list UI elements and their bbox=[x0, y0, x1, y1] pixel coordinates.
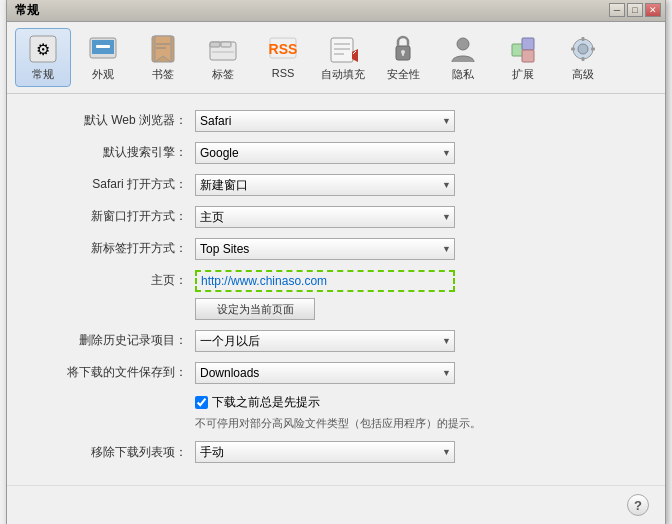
advanced-icon bbox=[567, 33, 599, 65]
home-label: 主页： bbox=[27, 270, 187, 289]
toolbar-item-extensions[interactable]: 扩展 bbox=[495, 28, 551, 87]
toolbar-item-appearance[interactable]: 外观 bbox=[75, 28, 131, 87]
download-prompt-row: 下载之前总是先提示 bbox=[195, 394, 645, 411]
toolbar-item-general[interactable]: ⚙ 常规 bbox=[15, 28, 71, 87]
security-icon bbox=[387, 33, 419, 65]
svg-rect-4 bbox=[96, 45, 110, 48]
bookmarks-icon bbox=[147, 33, 179, 65]
svg-text:⚙: ⚙ bbox=[36, 41, 50, 58]
bottom-bar: ? bbox=[7, 485, 665, 524]
svg-rect-31 bbox=[582, 57, 585, 61]
download-prompt-checkbox[interactable] bbox=[195, 396, 208, 409]
default-search-select[interactable]: Google Bing bbox=[195, 142, 455, 164]
delete-history-wrapper: 一个月以后 一天后 一周后 手动 bbox=[195, 330, 455, 352]
close-button[interactable]: ✕ bbox=[645, 3, 661, 17]
toolbar-label-security: 安全性 bbox=[387, 67, 420, 82]
toolbar-label-autofill: 自动填充 bbox=[321, 67, 365, 82]
toolbar-label-advanced: 高级 bbox=[572, 67, 594, 82]
new-tab-label: 新标签打开方式： bbox=[27, 240, 187, 257]
safari-open-label: Safari 打开方式： bbox=[27, 176, 187, 193]
toolbar-item-rss[interactable]: RSS RSS bbox=[255, 28, 311, 87]
svg-rect-30 bbox=[582, 37, 585, 41]
new-window-label: 新窗口打开方式： bbox=[27, 208, 187, 225]
new-window-row: 新窗口打开方式： 主页 空页面 Top Sites bbox=[27, 206, 645, 228]
extensions-icon bbox=[507, 33, 539, 65]
toolbar: ⚙ 常规 外观 bbox=[7, 22, 665, 94]
home-row: 主页： 设定为当前页面 bbox=[27, 270, 645, 320]
safari-open-wrapper: 新建窗口 新标签 bbox=[195, 174, 455, 196]
remove-downloads-wrapper: 手动 下载后 退出时 bbox=[195, 441, 455, 463]
download-save-label: 将下载的文件保存到： bbox=[27, 364, 187, 381]
toolbar-item-tabs[interactable]: 标签 bbox=[195, 28, 251, 87]
toolbar-item-bookmarks[interactable]: 书签 bbox=[135, 28, 191, 87]
window-controls: ─ □ ✕ bbox=[609, 3, 661, 17]
main-window: 常规 ─ □ ✕ ⚙ 常规 bbox=[6, 0, 666, 524]
default-search-wrapper: Google Bing bbox=[195, 142, 455, 164]
download-save-select[interactable]: Downloads 桌面 文稿 bbox=[195, 362, 455, 384]
maximize-button[interactable]: □ bbox=[627, 3, 643, 17]
safari-open-row: Safari 打开方式： 新建窗口 新标签 bbox=[27, 174, 645, 196]
toolbar-item-privacy[interactable]: 隐私 bbox=[435, 28, 491, 87]
toolbar-item-advanced[interactable]: 高级 bbox=[555, 28, 611, 87]
download-save-row: 将下载的文件保存到： Downloads 桌面 文稿 bbox=[27, 362, 645, 384]
default-browser-select[interactable]: Safari Chrome Firefox bbox=[195, 110, 455, 132]
tabs-icon bbox=[207, 33, 239, 65]
toolbar-label-extensions: 扩展 bbox=[512, 67, 534, 82]
remove-downloads-label: 移除下载列表项： bbox=[27, 444, 187, 461]
toolbar-item-security[interactable]: 安全性 bbox=[375, 28, 431, 87]
rss-icon: RSS bbox=[267, 33, 299, 65]
svg-point-29 bbox=[578, 44, 588, 54]
home-input[interactable] bbox=[201, 274, 449, 288]
remove-downloads-select[interactable]: 手动 下载后 退出时 bbox=[195, 441, 455, 463]
privacy-icon bbox=[447, 33, 479, 65]
svg-rect-32 bbox=[571, 47, 575, 50]
set-current-button[interactable]: 设定为当前页面 bbox=[195, 298, 315, 320]
new-tab-wrapper: Top Sites 主页 空页面 bbox=[195, 238, 455, 260]
general-icon: ⚙ bbox=[27, 33, 59, 65]
new-window-wrapper: 主页 空页面 Top Sites bbox=[195, 206, 455, 228]
download-prompt-label: 下载之前总是先提示 bbox=[212, 394, 320, 411]
default-search-label: 默认搜索引擎： bbox=[27, 144, 187, 161]
toolbar-item-autofill[interactable]: 自动填充 bbox=[315, 28, 371, 87]
toolbar-label-tabs: 标签 bbox=[212, 67, 234, 82]
window-title: 常规 bbox=[15, 2, 39, 19]
svg-rect-10 bbox=[210, 42, 220, 47]
settings-content: 默认 Web 浏览器： Safari Chrome Firefox 默认搜索引擎… bbox=[7, 94, 665, 486]
toolbar-label-bookmarks: 书签 bbox=[152, 67, 174, 82]
svg-rect-15 bbox=[331, 38, 353, 62]
home-content: 设定为当前页面 bbox=[195, 270, 645, 320]
new-tab-select[interactable]: Top Sites 主页 空页面 bbox=[195, 238, 455, 260]
default-browser-wrapper: Safari Chrome Firefox bbox=[195, 110, 455, 132]
svg-rect-23 bbox=[402, 52, 404, 56]
appearance-icon bbox=[87, 33, 119, 65]
new-tab-row: 新标签打开方式： Top Sites 主页 空页面 bbox=[27, 238, 645, 260]
remove-downloads-row: 移除下载列表项： 手动 下载后 退出时 bbox=[27, 441, 645, 463]
toolbar-label-general: 常规 bbox=[32, 67, 54, 82]
default-browser-row: 默认 Web 浏览器： Safari Chrome Firefox bbox=[27, 110, 645, 132]
default-search-row: 默认搜索引擎： Google Bing bbox=[27, 142, 645, 164]
toolbar-label-privacy: 隐私 bbox=[452, 67, 474, 82]
download-warning-text: 不可停用对部分高风险文件类型（包括应用程序）的提示。 bbox=[195, 415, 535, 432]
delete-history-label: 删除历史记录项目： bbox=[27, 332, 187, 349]
minimize-button[interactable]: ─ bbox=[609, 3, 625, 17]
toolbar-label-rss: RSS bbox=[272, 67, 295, 79]
svg-rect-11 bbox=[221, 42, 231, 47]
delete-history-row: 删除历史记录项目： 一个月以后 一天后 一周后 手动 bbox=[27, 330, 645, 352]
svg-rect-33 bbox=[591, 47, 595, 50]
title-bar: 常规 ─ □ ✕ bbox=[7, 0, 665, 22]
autofill-icon bbox=[327, 33, 359, 65]
svg-text:RSS: RSS bbox=[269, 41, 298, 57]
default-browser-label: 默认 Web 浏览器： bbox=[27, 112, 187, 129]
home-input-wrapper bbox=[195, 270, 455, 292]
download-save-wrapper: Downloads 桌面 文稿 bbox=[195, 362, 455, 384]
download-prompt-section: 下载之前总是先提示 不可停用对部分高风险文件类型（包括应用程序）的提示。 bbox=[195, 394, 645, 432]
svg-rect-27 bbox=[522, 50, 534, 62]
toolbar-label-appearance: 外观 bbox=[92, 67, 114, 82]
new-window-select[interactable]: 主页 空页面 Top Sites bbox=[195, 206, 455, 228]
help-button[interactable]: ? bbox=[627, 494, 649, 516]
svg-rect-26 bbox=[522, 38, 534, 50]
svg-point-24 bbox=[457, 38, 469, 50]
safari-open-select[interactable]: 新建窗口 新标签 bbox=[195, 174, 455, 196]
delete-history-select[interactable]: 一个月以后 一天后 一周后 手动 bbox=[195, 330, 455, 352]
